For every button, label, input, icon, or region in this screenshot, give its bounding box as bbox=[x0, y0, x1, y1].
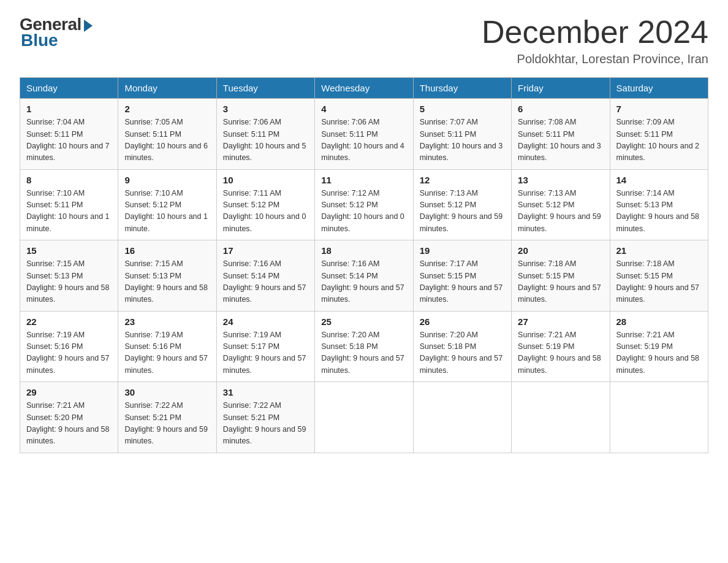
day-number: 31 bbox=[223, 387, 308, 397]
calendar-cell: 9Sunrise: 7:10 AMSunset: 5:12 PMDaylight… bbox=[118, 169, 216, 240]
day-info: Sunrise: 7:06 AMSunset: 5:11 PMDaylight:… bbox=[321, 117, 406, 164]
day-info: Sunrise: 7:13 AMSunset: 5:12 PMDaylight:… bbox=[518, 188, 603, 236]
calendar-cell: 8Sunrise: 7:10 AMSunset: 5:11 PMDaylight… bbox=[20, 169, 118, 240]
day-number: 15 bbox=[26, 245, 112, 256]
day-number: 28 bbox=[616, 316, 702, 327]
day-info: Sunrise: 7:11 AMSunset: 5:12 PMDaylight:… bbox=[223, 188, 308, 236]
day-number: 14 bbox=[616, 175, 702, 185]
day-info: Sunrise: 7:19 AMSunset: 5:17 PMDaylight:… bbox=[223, 329, 308, 377]
calendar-cell: 17Sunrise: 7:16 AMSunset: 5:14 PMDayligh… bbox=[216, 240, 314, 312]
day-number: 11 bbox=[321, 175, 406, 185]
day-info: Sunrise: 7:15 AMSunset: 5:13 PMDaylight:… bbox=[124, 258, 210, 306]
day-info: Sunrise: 7:16 AMSunset: 5:14 PMDaylight:… bbox=[223, 258, 308, 306]
day-number: 21 bbox=[616, 245, 702, 256]
calendar-header-tuesday: Tuesday bbox=[216, 78, 314, 99]
day-info: Sunrise: 7:22 AMSunset: 5:21 PMDaylight:… bbox=[124, 400, 210, 448]
calendar-cell: 4Sunrise: 7:06 AMSunset: 5:11 PMDaylight… bbox=[315, 99, 413, 170]
day-number: 22 bbox=[26, 316, 112, 327]
day-number: 6 bbox=[518, 104, 603, 114]
calendar-week-row: 22Sunrise: 7:19 AMSunset: 5:16 PMDayligh… bbox=[20, 311, 708, 382]
day-info: Sunrise: 7:19 AMSunset: 5:16 PMDaylight:… bbox=[26, 329, 112, 377]
day-info: Sunrise: 7:10 AMSunset: 5:11 PMDaylight:… bbox=[26, 188, 112, 236]
calendar-week-row: 29Sunrise: 7:21 AMSunset: 5:20 PMDayligh… bbox=[20, 382, 708, 453]
day-number: 16 bbox=[124, 245, 210, 256]
day-number: 20 bbox=[518, 245, 603, 256]
day-info: Sunrise: 7:06 AMSunset: 5:11 PMDaylight:… bbox=[223, 117, 308, 164]
calendar-cell: 2Sunrise: 7:05 AMSunset: 5:11 PMDaylight… bbox=[118, 99, 216, 170]
day-number: 18 bbox=[321, 245, 406, 256]
day-number: 2 bbox=[124, 104, 210, 114]
day-number: 27 bbox=[518, 316, 603, 327]
day-number: 24 bbox=[223, 316, 308, 327]
day-number: 26 bbox=[420, 316, 505, 327]
logo-arrow-icon bbox=[84, 20, 93, 32]
calendar-cell: 19Sunrise: 7:17 AMSunset: 5:15 PMDayligh… bbox=[413, 240, 511, 312]
day-info: Sunrise: 7:19 AMSunset: 5:16 PMDaylight:… bbox=[124, 329, 210, 377]
day-info: Sunrise: 7:17 AMSunset: 5:15 PMDaylight:… bbox=[420, 258, 505, 306]
location-title: Poldokhtar, Lorestan Province, Iran bbox=[482, 52, 708, 66]
day-number: 5 bbox=[420, 104, 505, 114]
calendar-header-friday: Friday bbox=[512, 78, 610, 99]
calendar-cell: 20Sunrise: 7:18 AMSunset: 5:15 PMDayligh… bbox=[512, 240, 610, 312]
calendar-cell: 15Sunrise: 7:15 AMSunset: 5:13 PMDayligh… bbox=[20, 240, 118, 312]
calendar-cell: 25Sunrise: 7:20 AMSunset: 5:18 PMDayligh… bbox=[315, 311, 413, 382]
day-number: 23 bbox=[124, 316, 210, 327]
calendar-cell: 11Sunrise: 7:12 AMSunset: 5:12 PMDayligh… bbox=[315, 169, 413, 240]
calendar-week-row: 8Sunrise: 7:10 AMSunset: 5:11 PMDaylight… bbox=[20, 169, 708, 240]
day-info: Sunrise: 7:18 AMSunset: 5:15 PMDaylight:… bbox=[518, 258, 603, 306]
day-number: 19 bbox=[420, 245, 505, 256]
calendar-cell: 27Sunrise: 7:21 AMSunset: 5:19 PMDayligh… bbox=[512, 311, 610, 382]
day-number: 8 bbox=[26, 175, 112, 185]
calendar-header-thursday: Thursday bbox=[413, 78, 511, 99]
day-info: Sunrise: 7:04 AMSunset: 5:11 PMDaylight:… bbox=[26, 117, 112, 164]
calendar-cell: 3Sunrise: 7:06 AMSunset: 5:11 PMDaylight… bbox=[216, 99, 314, 170]
month-title: December 2024 bbox=[482, 15, 708, 50]
calendar-cell: 23Sunrise: 7:19 AMSunset: 5:16 PMDayligh… bbox=[118, 311, 216, 382]
calendar-cell: 12Sunrise: 7:13 AMSunset: 5:12 PMDayligh… bbox=[413, 169, 511, 240]
calendar-cell bbox=[512, 382, 610, 453]
calendar-cell: 1Sunrise: 7:04 AMSunset: 5:11 PMDaylight… bbox=[20, 99, 118, 170]
day-number: 17 bbox=[223, 245, 308, 256]
calendar-cell: 31Sunrise: 7:22 AMSunset: 5:21 PMDayligh… bbox=[216, 382, 314, 453]
day-info: Sunrise: 7:09 AMSunset: 5:11 PMDaylight:… bbox=[616, 117, 702, 164]
calendar-cell: 14Sunrise: 7:14 AMSunset: 5:13 PMDayligh… bbox=[610, 169, 708, 240]
calendar-week-row: 1Sunrise: 7:04 AMSunset: 5:11 PMDaylight… bbox=[20, 99, 708, 170]
day-info: Sunrise: 7:18 AMSunset: 5:15 PMDaylight:… bbox=[616, 258, 702, 306]
day-number: 4 bbox=[321, 104, 406, 114]
day-info: Sunrise: 7:21 AMSunset: 5:20 PMDaylight:… bbox=[26, 400, 112, 448]
day-info: Sunrise: 7:12 AMSunset: 5:12 PMDaylight:… bbox=[321, 188, 406, 236]
day-info: Sunrise: 7:15 AMSunset: 5:13 PMDaylight:… bbox=[26, 258, 112, 306]
day-number: 30 bbox=[124, 387, 210, 397]
calendar-table: SundayMondayTuesdayWednesdayThursdayFrid… bbox=[20, 77, 708, 453]
calendar-cell: 16Sunrise: 7:15 AMSunset: 5:13 PMDayligh… bbox=[118, 240, 216, 312]
day-number: 29 bbox=[26, 387, 112, 397]
day-info: Sunrise: 7:13 AMSunset: 5:12 PMDaylight:… bbox=[420, 188, 505, 236]
calendar-cell: 28Sunrise: 7:21 AMSunset: 5:19 PMDayligh… bbox=[610, 311, 708, 382]
calendar-cell: 21Sunrise: 7:18 AMSunset: 5:15 PMDayligh… bbox=[610, 240, 708, 312]
calendar-cell: 6Sunrise: 7:08 AMSunset: 5:11 PMDaylight… bbox=[512, 99, 610, 170]
calendar-cell: 13Sunrise: 7:13 AMSunset: 5:12 PMDayligh… bbox=[512, 169, 610, 240]
day-number: 10 bbox=[223, 175, 308, 185]
calendar-cell: 30Sunrise: 7:22 AMSunset: 5:21 PMDayligh… bbox=[118, 382, 216, 453]
day-info: Sunrise: 7:16 AMSunset: 5:14 PMDaylight:… bbox=[321, 258, 406, 306]
calendar-header-wednesday: Wednesday bbox=[315, 78, 413, 99]
calendar-week-row: 15Sunrise: 7:15 AMSunset: 5:13 PMDayligh… bbox=[20, 240, 708, 312]
day-number: 25 bbox=[321, 316, 406, 327]
title-section: December 2024 Poldokhtar, Lorestan Provi… bbox=[482, 15, 708, 66]
calendar-cell: 24Sunrise: 7:19 AMSunset: 5:17 PMDayligh… bbox=[216, 311, 314, 382]
day-info: Sunrise: 7:10 AMSunset: 5:12 PMDaylight:… bbox=[124, 188, 210, 236]
calendar-cell: 29Sunrise: 7:21 AMSunset: 5:20 PMDayligh… bbox=[20, 382, 118, 453]
calendar-cell: 10Sunrise: 7:11 AMSunset: 5:12 PMDayligh… bbox=[216, 169, 314, 240]
day-number: 3 bbox=[223, 104, 308, 114]
calendar-cell: 5Sunrise: 7:07 AMSunset: 5:11 PMDaylight… bbox=[413, 99, 511, 170]
calendar-cell bbox=[413, 382, 511, 453]
day-info: Sunrise: 7:05 AMSunset: 5:11 PMDaylight:… bbox=[124, 117, 210, 164]
day-info: Sunrise: 7:20 AMSunset: 5:18 PMDaylight:… bbox=[321, 329, 406, 377]
day-info: Sunrise: 7:07 AMSunset: 5:11 PMDaylight:… bbox=[420, 117, 505, 164]
calendar-cell: 26Sunrise: 7:20 AMSunset: 5:18 PMDayligh… bbox=[413, 311, 511, 382]
calendar-header-saturday: Saturday bbox=[610, 78, 708, 99]
calendar-header-sunday: Sunday bbox=[20, 78, 118, 99]
calendar-header-monday: Monday bbox=[118, 78, 216, 99]
logo: General Blue bbox=[20, 15, 93, 50]
day-number: 13 bbox=[518, 175, 603, 185]
